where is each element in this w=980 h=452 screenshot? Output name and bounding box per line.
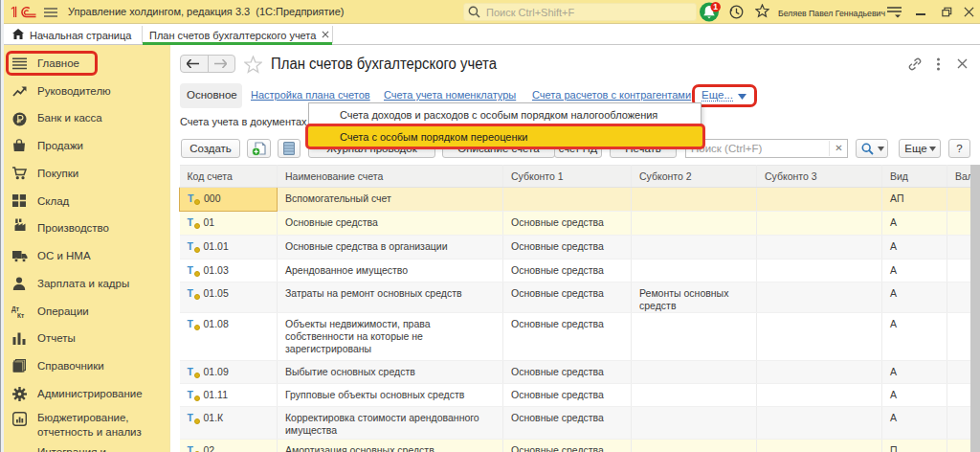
svg-text:1: 1: [713, 2, 718, 11]
